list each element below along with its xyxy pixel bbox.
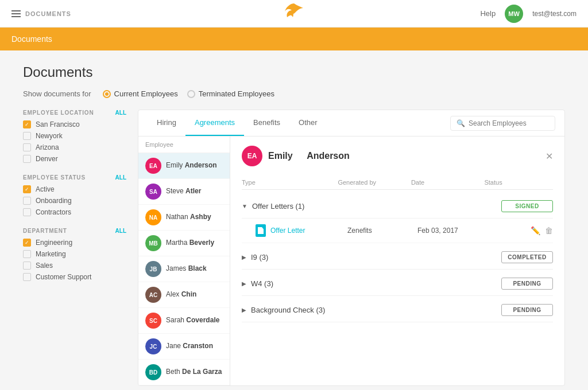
employee-item-beverly[interactable]: MB Martha Beverly [138, 231, 230, 256]
detail-last-name: Anderson [307, 151, 350, 161]
col-date: Date [411, 179, 480, 186]
emp-name-delagarza: Beth De La Garza [166, 368, 222, 377]
emp-name-black: James Black [166, 264, 207, 274]
hamburger-menu[interactable] [11, 10, 21, 17]
employee-item-cranston[interactable]: JC Jane Cranston [138, 334, 230, 360]
edit-icon[interactable]: ✏️ [531, 226, 540, 235]
w4-header[interactable]: ▶ W4 (3) PENDING [242, 272, 553, 296]
offer-letter-icon [256, 224, 266, 237]
offer-letter-link[interactable]: Offer Letter [256, 224, 343, 237]
status-active-checkbox[interactable] [23, 185, 31, 193]
location-denver[interactable]: Denver [23, 155, 126, 163]
current-radio-dot [103, 90, 111, 98]
location-title: EMPLOYEE LOCATION [23, 110, 94, 116]
offer-letters-header[interactable]: ▼ Offer Letters (1) SIGNED [242, 194, 553, 219]
dept-marketing-label: Marketing [36, 250, 66, 258]
emp-name-coverdale: Sarah Coverdale [166, 316, 219, 325]
location-denver-label: Denver [36, 155, 58, 163]
dept-sales[interactable]: Sales [23, 262, 126, 270]
search-input[interactable] [469, 119, 549, 127]
tab-benefits[interactable]: Benefits [244, 110, 289, 136]
employee-type-filter: Current Employees Terminated Employees [103, 89, 275, 98]
close-button[interactable]: ✕ [546, 151, 553, 162]
detail-header: EA Emily Anderson ✕ [242, 146, 553, 166]
offer-letters-section: ▼ Offer Letters (1) SIGNED [242, 194, 553, 243]
current-employees-label: Current Employees [114, 89, 178, 98]
avatar-ashby: NA [145, 209, 161, 225]
terminated-employees-radio[interactable]: Terminated Employees [187, 89, 274, 98]
status-title: EMPLOYEE STATUS [23, 174, 86, 181]
dept-marketing-checkbox[interactable] [23, 250, 31, 258]
status-active[interactable]: Active [23, 185, 126, 193]
employee-item-black[interactable]: JB James Black [138, 256, 230, 282]
dept-engineering-label: Engineering [36, 239, 72, 247]
avatar-beverly: MB [145, 235, 161, 251]
status-onboarding-checkbox[interactable] [23, 197, 31, 205]
offer-letter-name: Offer Letter [270, 227, 305, 235]
status-contractors[interactable]: Contractors [23, 208, 126, 216]
background-check-status: PENDING [501, 304, 553, 316]
emp-name-cranston: Jane Cranston [166, 342, 213, 351]
location-arizona[interactable]: Arizona [23, 143, 126, 151]
col-status: Status [484, 179, 553, 186]
filter-row: Show documents for Current Employees Ter… [23, 89, 565, 98]
emp-name-chin: Alex Chin [166, 290, 196, 299]
employee-item-delagarza[interactable]: BD Beth De La Garza [138, 360, 230, 385]
location-az-checkbox[interactable] [23, 143, 31, 151]
top-nav: DOCUMENTS Help MW test@test.com [0, 0, 588, 28]
employee-list-header: Employee [138, 136, 230, 153]
background-check-header[interactable]: ▶ Background Check (3) PENDING [242, 298, 553, 322]
dept-engineering[interactable]: Engineering [23, 239, 126, 247]
dept-marketing[interactable]: Marketing [23, 250, 126, 258]
location-all-link[interactable]: ALL [115, 110, 126, 116]
dept-cs-checkbox[interactable] [23, 273, 31, 281]
status-all-link[interactable]: ALL [115, 174, 126, 181]
emp-name-atler: Steve Atler [166, 187, 201, 196]
avatar-chin: AC [145, 287, 161, 303]
location-san-francisco[interactable]: San Francisco [23, 120, 126, 128]
current-employees-radio[interactable]: Current Employees [103, 89, 178, 98]
detail-avatar: EA [242, 146, 262, 166]
offer-letter-generated: Zenefits [347, 227, 413, 235]
w4-status: PENDING [501, 278, 553, 290]
dept-engineering-checkbox[interactable] [23, 239, 31, 247]
employee-search-box[interactable]: 🔍 [450, 116, 555, 131]
background-check-chevron: ▶ [242, 307, 246, 313]
offer-letters-chevron: ▼ [242, 203, 247, 209]
location-ny-checkbox[interactable] [23, 132, 31, 140]
dept-sales-label: Sales [36, 262, 53, 270]
offer-letters-title: ▼ Offer Letters (1) [242, 202, 333, 210]
status-header: EMPLOYEE STATUS ALL [23, 174, 126, 181]
status-onboarding[interactable]: Onboarding [23, 197, 126, 205]
tab-agreements[interactable]: Agreements [185, 110, 244, 136]
user-avatar[interactable]: MW [505, 5, 523, 23]
location-sf-checkbox[interactable] [23, 120, 31, 128]
w4-chevron: ▶ [242, 280, 246, 287]
nav-center [283, 2, 305, 25]
terminated-radio-dot [187, 90, 195, 98]
employee-item-atler[interactable]: SA Steve Atler [138, 179, 230, 205]
help-link[interactable]: Help [480, 9, 496, 18]
location-newyork[interactable]: Newyork [23, 132, 126, 140]
w4-section: ▶ W4 (3) PENDING [242, 272, 553, 296]
i9-status: COMPLETED [501, 251, 553, 263]
col-generated: Generated by [338, 179, 407, 186]
location-denver-checkbox[interactable] [23, 155, 31, 163]
employee-item-coverdale[interactable]: SC Sarah Coverdale [138, 308, 230, 334]
tab-other[interactable]: Other [289, 110, 327, 136]
employee-item-chin[interactable]: AC Alex Chin [138, 282, 230, 308]
dept-all-link[interactable]: ALL [115, 228, 126, 234]
employee-item-ashby[interactable]: NA Nathan Ashby [138, 205, 230, 231]
status-contractors-checkbox[interactable] [23, 208, 31, 216]
dept-sales-checkbox[interactable] [23, 262, 31, 270]
location-az-label: Arizona [36, 143, 59, 151]
dept-customer-support[interactable]: Customer Support [23, 273, 126, 281]
delete-icon[interactable]: 🗑 [545, 226, 553, 235]
i9-header[interactable]: ▶ I9 (3) COMPLETED [242, 245, 553, 270]
offer-letters-status: SIGNED [501, 200, 553, 212]
employee-list: Employee EA Emily Anderson SA Steve Atle… [138, 136, 230, 385]
avatar-black: JB [145, 261, 161, 277]
employee-item-anderson[interactable]: EA Emily Anderson [138, 153, 230, 179]
banner-label: Documents [11, 34, 52, 44]
tab-hiring[interactable]: Hiring [148, 110, 185, 136]
